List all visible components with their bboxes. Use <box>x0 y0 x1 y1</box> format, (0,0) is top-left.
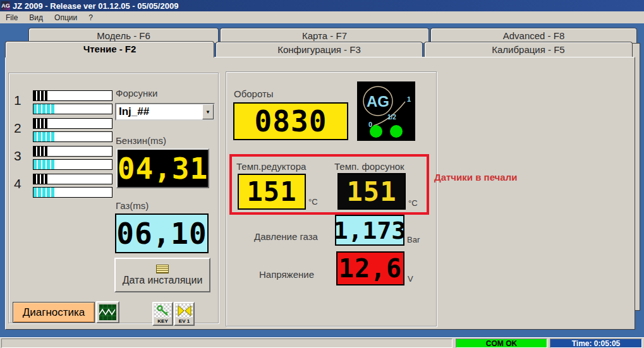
injectors-group: 1 2 3 4 Форсун <box>8 73 219 323</box>
key-button[interactable]: KEY <box>152 302 173 326</box>
menu-help[interactable]: ? <box>83 11 99 23</box>
gas-pressure-label: Давление газа <box>254 231 318 242</box>
menu-options[interactable]: Опции <box>49 11 83 23</box>
petrol-bar-fill <box>33 147 49 156</box>
tab-configuration-f3[interactable]: Конфигурация - F3 <box>216 42 423 57</box>
sensors-annotation-text: Датчики в печали <box>434 172 517 183</box>
petrol-injection-bar <box>33 118 112 129</box>
key-icon <box>156 304 170 317</box>
green-indicator-led <box>370 125 382 138</box>
diagnostics-button[interactable]: Диагностика <box>13 302 95 323</box>
injector-temp-label: Темп. форсунок <box>334 161 404 172</box>
menu-bar: File Вид Опции ? <box>0 11 644 23</box>
voltage-label: Напряжение <box>259 269 314 280</box>
menu-view[interactable]: Вид <box>23 11 49 23</box>
time-segment: Time: 0:05:05 <box>550 339 642 348</box>
petrol-bar-fill <box>33 91 49 100</box>
tab-map-f7[interactable]: Карта - F7 <box>220 28 429 43</box>
tab-calibration-f5[interactable]: Калибрация - F5 <box>424 42 633 57</box>
gas-pressure-unit: Bar <box>407 235 420 244</box>
diagnostics-button-label: Диагностика <box>23 306 85 319</box>
petrol-ms-label: Бензин(ms) <box>116 135 166 146</box>
gas-bar-fill <box>33 188 56 197</box>
injector-temp-unit: °C <box>408 198 418 208</box>
petrol-injection-bar <box>33 174 112 184</box>
rpm-display: 0830 <box>233 102 348 140</box>
reading-tab-page: 1 2 3 4 Форсун <box>5 57 635 330</box>
injector-number: 3 <box>14 148 28 164</box>
gauge-tick-1: 1 <box>407 95 411 103</box>
tab-advanced-f8[interactable]: Advanced - F8 <box>430 28 637 43</box>
injector-row: 3 <box>14 146 110 170</box>
injectors-select-label: Форсунки <box>116 88 157 99</box>
oscilloscope-button[interactable] <box>96 301 119 323</box>
fuel-level-gauge: AG 0 1/2 1 <box>357 81 415 141</box>
menu-file[interactable]: File <box>0 11 23 23</box>
reducer-temp-unit: °C <box>308 197 318 207</box>
green-indicator-led <box>390 125 403 138</box>
voltage-display: 12,6 <box>336 251 404 285</box>
gas-injection-bar <box>33 187 112 198</box>
ev1-valve-button[interactable]: EV 1 <box>174 302 195 326</box>
title-bar: AG JZ 2009 - Release ver 01.12.05 - 05/0… <box>0 0 644 11</box>
gas-injection-bar <box>33 104 112 114</box>
app-icon: AG <box>1 1 10 10</box>
gas-ms-label: Газ(ms) <box>116 200 149 211</box>
gauge-tick-half: 1/2 <box>387 114 396 121</box>
injector-number: 2 <box>14 121 28 136</box>
install-date-button[interactable]: Дата инсталяции <box>114 258 210 292</box>
petrol-injection-bar <box>33 146 112 157</box>
valve-icon <box>178 305 191 316</box>
gas-injection-bar <box>33 131 112 142</box>
tab-reading-f2[interactable]: Чтение - F2 <box>5 41 214 57</box>
status-empty-segment <box>1 339 453 348</box>
injector-number: 4 <box>14 176 28 191</box>
petrol-ms-display: 04,31 <box>116 148 209 188</box>
oscilloscope-icon <box>99 304 116 320</box>
ev1-button-label: EV 1 <box>179 318 190 324</box>
gas-bar-fill <box>33 132 56 141</box>
injector-select[interactable]: Inj_## ▼ <box>115 103 215 121</box>
reducer-temp-display: 151 <box>238 174 306 210</box>
reducer-temp-label: Темп.редуктора <box>236 161 306 172</box>
gauge-logo: AG <box>367 93 389 110</box>
gas-bar-fill <box>33 104 56 114</box>
gas-pressure-display: 1,173 <box>335 215 404 246</box>
com-status-segment: COM OK <box>456 339 547 348</box>
window-title: JZ 2009 - Release ver 01.12.05 - 05/05/2… <box>13 1 178 11</box>
petrol-injection-bar <box>33 90 112 101</box>
sensors-group: Обороты 0830 AG 0 1/2 1 Темп.редуктора 1… <box>226 71 437 327</box>
chevron-down-icon[interactable]: ▼ <box>202 104 214 119</box>
injector-number: 1 <box>14 93 28 108</box>
voltage-unit: V <box>408 274 413 284</box>
gas-injection-bar <box>33 159 112 170</box>
petrol-bar-fill <box>33 174 49 184</box>
gas-ms-display: 06,10 <box>115 213 209 253</box>
key-button-label: KEY <box>157 318 167 324</box>
injector-row: 2 <box>14 118 110 142</box>
injector-row: 1 <box>14 90 110 114</box>
install-date-button-label: Дата инсталяции <box>123 275 203 286</box>
status-bar: COM OK Time: 0:05:05 <box>0 337 644 348</box>
note-icon <box>156 265 169 273</box>
rpm-label: Обороты <box>234 88 274 99</box>
gas-bar-fill <box>33 160 56 169</box>
injector-select-value: Inj_## <box>116 104 202 119</box>
injector-temp-display: 151 <box>337 173 406 210</box>
petrol-bar-fill <box>33 119 49 128</box>
injector-row: 4 <box>14 174 110 198</box>
